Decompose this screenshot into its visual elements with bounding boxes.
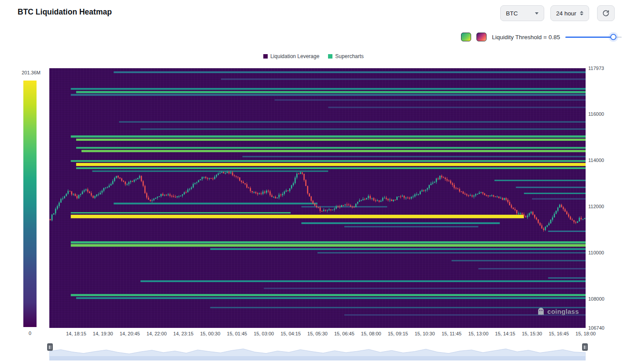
interval-select[interactable]: 24 hour [550, 5, 589, 21]
interval-select-value: 24 hour [556, 10, 576, 17]
symbol-select[interactable]: BTC [500, 5, 544, 21]
chart-legend: Liquidation Leverage Supercharts [0, 53, 627, 59]
colorbar-min-label: 0 [23, 331, 37, 336]
stepper-icon [580, 11, 583, 15]
navigator-area-chart[interactable] [49, 339, 586, 360]
slider-thumb[interactable] [610, 34, 616, 40]
price-axis-label: 114000 [588, 158, 604, 163]
refresh-button[interactable] [597, 5, 615, 21]
legend-swatch [263, 54, 268, 59]
legend-label: Liquidation Leverage [270, 53, 319, 59]
refresh-icon [602, 9, 610, 17]
time-axis: 14, 18:1514, 19:3014, 20:4514, 22:0014, … [49, 331, 586, 337]
colorbar [23, 81, 37, 327]
navigator-right-handle[interactable] [582, 343, 588, 351]
price-axis-label: 106740 [588, 325, 605, 331]
price-axis-label: 108000 [588, 296, 605, 301]
legend-item-liquidation-leverage[interactable]: Liquidation Leverage [263, 53, 319, 59]
btc-liquidation-heatmap-page: BTC Liquidation Heatmap BTC 24 hour Liqu… [0, 0, 627, 364]
symbol-select-value: BTC [506, 10, 518, 17]
price-axis: 1179731160001140001120001100001080001067… [588, 68, 615, 328]
threshold-controls: Liquidity Threshold = 0.85 [461, 32, 622, 42]
legend-label: Supercharts [335, 53, 364, 59]
liquidity-threshold-label: Liquidity Threshold = 0.85 [492, 34, 560, 40]
page-title: BTC Liquidation Heatmap [18, 7, 112, 17]
legend-swatch [328, 54, 332, 59]
magma-colormap-button[interactable] [476, 33, 487, 41]
price-axis-label: 117973 [588, 66, 604, 71]
navigator-left-handle[interactable] [47, 343, 53, 351]
price-axis-label: 116000 [588, 111, 604, 117]
viridis-colormap-button[interactable] [461, 33, 471, 41]
coinglass-watermark: coinglass [537, 307, 579, 316]
coinglass-logo-icon [537, 307, 545, 316]
price-axis-label: 110000 [588, 250, 604, 255]
heatmap-canvas[interactable] [49, 68, 586, 328]
price-axis-label: 112000 [588, 204, 604, 209]
colorbar-max-label: 201.36M [17, 70, 41, 75]
chevron-down-icon [535, 12, 538, 15]
liquidity-threshold-slider[interactable] [565, 34, 622, 40]
slider-fill [565, 37, 613, 38]
time-axis-label: 15, 18:00 [568, 331, 603, 336]
watermark-text: coinglass [547, 308, 579, 315]
legend-item-supercharts[interactable]: Supercharts [328, 53, 364, 59]
range-navigator[interactable] [49, 339, 586, 360]
